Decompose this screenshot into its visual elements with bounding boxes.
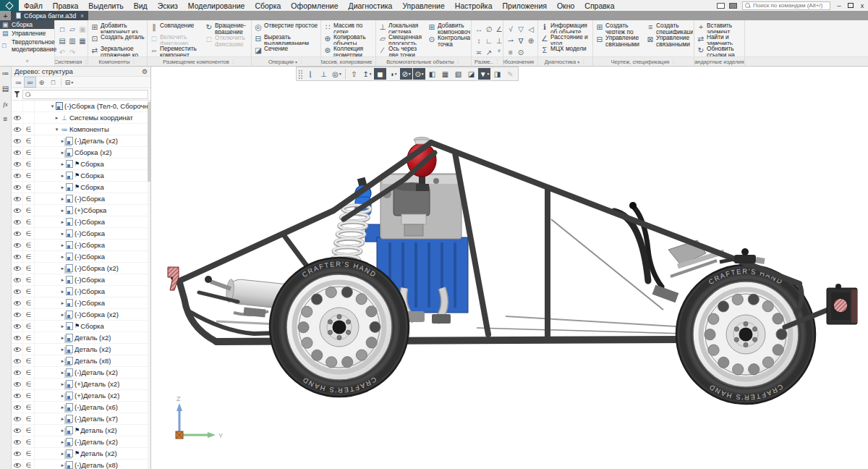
new-document-button[interactable]: □ <box>60 25 64 33</box>
visibility-cell[interactable] <box>12 460 23 469</box>
eye-icon[interactable] <box>14 301 21 305</box>
expand-arrow-icon[interactable]: ▸ <box>59 462 66 468</box>
eye-icon[interactable] <box>14 185 21 190</box>
panel-variables[interactable]: fx <box>3 101 8 108</box>
tree-item[interactable]: ∈▸⚑Деталь (x2) <box>12 425 150 436</box>
eye-icon[interactable] <box>14 347 21 352</box>
expand-arrow-icon[interactable]: ▸ <box>59 335 66 341</box>
print-button[interactable]: ▤ <box>59 37 65 45</box>
tab-close-icon[interactable]: x <box>80 12 83 19</box>
zoom-tool-button[interactable]: ◎▾ <box>331 68 343 80</box>
visibility-cell[interactable] <box>12 216 23 227</box>
tree-item[interactable]: ∈▸(-)Сборка (x2) <box>12 263 150 274</box>
tree-view-sequence[interactable]: ≕ <box>25 77 35 87</box>
expand-arrow-icon[interactable]: ▸ <box>59 393 66 399</box>
expand-arrow-icon[interactable]: ▸ <box>59 185 66 190</box>
isolate-mode-button[interactable]: ◨ <box>491 68 503 80</box>
visibility-cell[interactable] <box>12 367 23 378</box>
leader-dimension-button[interactable]: ↗ <box>486 48 492 56</box>
include-cell[interactable]: ∈ <box>23 124 35 135</box>
tree-item[interactable]: ∈▸(+)Деталь (x2) <box>12 379 150 390</box>
visibility-cell[interactable] <box>12 402 23 413</box>
toolbar-grip[interactable] <box>298 69 303 79</box>
mirror-component-button[interactable]: ⇄Зеркальное отражение ко... <box>90 45 146 56</box>
tree-item[interactable]: ∈▸(-)Деталь (x2) <box>12 436 150 448</box>
include-cell[interactable]: ∈ <box>23 321 35 331</box>
control-point-button[interactable]: ⊙Контрольная точка <box>427 34 470 46</box>
visibility-cell[interactable] <box>12 332 23 343</box>
csys-orientation-button[interactable]: ⌊ <box>305 68 317 80</box>
expand-arrow-icon[interactable]: ▸ <box>59 289 66 295</box>
mode-tab-solid-modeling[interactable]: □Твердотельное моделирование <box>0 38 54 54</box>
datum-symbol-button[interactable]: ▽ <box>518 25 524 33</box>
include-cell[interactable] <box>23 112 35 123</box>
manage-linked-drawings-button[interactable]: ⊟Управление связанными ч... <box>595 34 644 46</box>
sketch-edit-button[interactable]: ✎ <box>504 68 516 80</box>
include-cell[interactable]: ∈ <box>23 135 35 146</box>
disable-fixation-button[interactable]: □Отключить фиксацию <box>204 34 250 46</box>
menu-item[interactable]: Правка <box>48 1 83 10</box>
menu-item[interactable]: Файл <box>19 1 48 10</box>
visibility-cell[interactable] <box>12 205 23 216</box>
expand-arrow-icon[interactable]: ▸ <box>59 370 66 376</box>
eye-icon[interactable] <box>14 278 21 282</box>
eye-icon[interactable] <box>14 116 21 120</box>
weld-symbol-button[interactable]: ◁ <box>528 25 534 33</box>
eye-icon[interactable] <box>14 255 21 259</box>
manage-linked-specifications-button[interactable]: ⊠Управление связанными с... <box>645 34 693 46</box>
tree-item[interactable]: ∈▸⚑Сборка <box>12 159 150 170</box>
note-symbol-button[interactable]: ≡ <box>509 48 513 56</box>
display-filter-button[interactable]: ▼▾ <box>478 68 490 80</box>
simple-hole-button[interactable]: ◎Отверстие простое <box>253 22 320 33</box>
expand-arrow-icon[interactable]: ▸ <box>59 451 66 457</box>
visibility-cell[interactable] <box>12 425 23 436</box>
include-cell[interactable]: ∈ <box>23 274 35 285</box>
tree-search-input[interactable] <box>22 90 148 99</box>
screen-capture-icon[interactable] <box>729 3 737 9</box>
hidden-lines-button[interactable]: ⊘▾ <box>400 68 412 80</box>
tree-item[interactable]: ∈▸(-)Деталь (x2) <box>12 135 150 147</box>
create-drawing-from-model-button[interactable]: ⊞Создать чертеж по модели <box>595 22 644 34</box>
include-cell[interactable]: ∈ <box>23 263 35 274</box>
minimize-button[interactable]: – <box>833 2 845 9</box>
tree-item[interactable]: ∈▸(-)Деталь (x2) <box>12 367 150 379</box>
eye-icon[interactable] <box>14 151 21 155</box>
placement-mode-button[interactable]: ⊥ <box>318 68 330 80</box>
tree-view-areas[interactable]: □ <box>48 77 59 87</box>
leader-note-button[interactable]: ⇀ <box>508 37 514 45</box>
offset-plane-button[interactable]: ▱Смещенная плоскость <box>378 33 425 45</box>
create-part-button[interactable]: ⊡Создать деталь <box>90 33 146 45</box>
local-coordinate-system-button[interactable]: ⊥Локальная система коорд... <box>378 22 425 33</box>
expand-arrow-icon[interactable]: ▸ <box>59 219 66 225</box>
position-symbol-button[interactable]: ⊕ <box>528 37 534 45</box>
eye-icon[interactable] <box>14 162 21 166</box>
tree-item[interactable]: ∈▸Деталь (x2) <box>12 332 150 344</box>
menu-item[interactable]: Сборка <box>250 1 286 10</box>
expand-arrow-icon[interactable]: ▸ <box>59 231 66 237</box>
rotation-rotation-mate-button[interactable]: ↻Вращение-вращение <box>204 22 250 34</box>
panel-layers[interactable]: ▤ <box>2 85 9 93</box>
coordinate-triad[interactable]: Z Y <box>176 395 223 439</box>
include-cell[interactable]: ∈ <box>23 425 35 436</box>
tree-item[interactable]: ∈▸Сборка (x2) <box>12 147 150 159</box>
maximize-button[interactable] <box>848 3 854 8</box>
include-cell[interactable]: ∈ <box>23 216 35 227</box>
tree-item[interactable]: ∈▸(-)Сборка <box>12 297 150 309</box>
expand-arrow-icon[interactable]: ▸ <box>59 196 66 202</box>
eye-icon[interactable] <box>14 174 21 178</box>
expand-arrow-icon[interactable]: ▸ <box>59 416 66 422</box>
menu-item[interactable]: Управление <box>397 1 449 10</box>
scene-settings-button[interactable]: ◪ <box>465 68 477 80</box>
visibility-cell[interactable] <box>12 297 23 308</box>
menu-item[interactable]: Вид <box>129 1 153 10</box>
section-operation-button[interactable]: ◪Сечение <box>253 45 320 56</box>
tree-item[interactable]: ∈▸⚑Сборка <box>12 321 150 332</box>
tree-item[interactable]: ▸⊥Системы координат <box>12 112 150 124</box>
menu-item[interactable]: Окно <box>552 1 579 10</box>
tree-item[interactable]: ∈▸(-)Сборка <box>12 286 150 297</box>
eye-icon[interactable] <box>14 359 21 363</box>
update-model-links-button[interactable]: ↻Обновить ссылки на мод... <box>696 45 744 56</box>
tree-view-groups[interactable]: ⊛ <box>36 77 47 87</box>
include-cell[interactable]: ∈ <box>23 193 35 204</box>
include-cell[interactable]: ∈ <box>23 413 35 424</box>
